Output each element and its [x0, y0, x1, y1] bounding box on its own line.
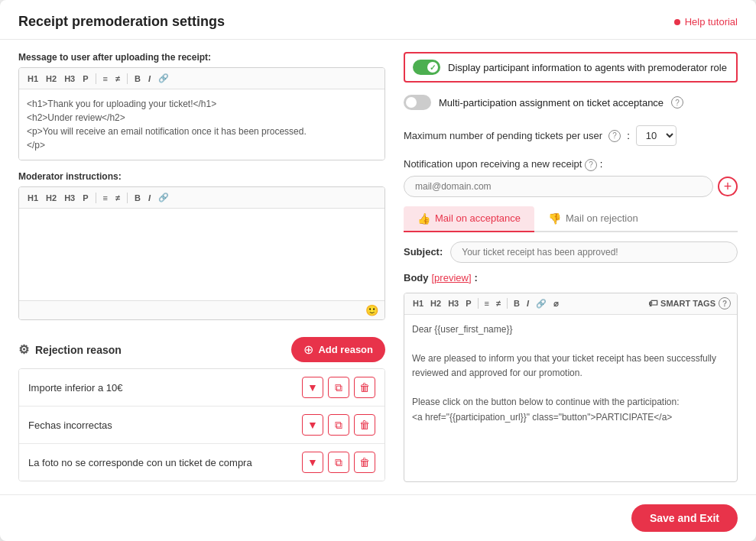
moderator-section-label: Moderator instructions:	[18, 171, 385, 182]
mail-toolbar-h1[interactable]: H1	[410, 297, 426, 309]
help-dot-icon	[674, 19, 680, 25]
mail-editor-box: H1 H2 H3 P ≡ ≠ B I 🔗 ⌀ 🏷 SMART TAGS ?	[404, 293, 738, 483]
smart-tags-button[interactable]: 🏷 SMART TAGS ?	[648, 297, 731, 309]
multi-participation-toggle[interactable]	[404, 95, 431, 110]
max-tickets-label: Maximum number of pending tickets per us…	[404, 130, 602, 141]
mail-toolbar-strikethrough[interactable]: ⌀	[551, 297, 561, 310]
add-email-button[interactable]: +	[718, 177, 738, 196]
mod-toolbar-bold[interactable]: B	[132, 192, 143, 204]
mod-toolbar-link[interactable]: 🔗	[156, 191, 171, 204]
mail-body-content[interactable]: Dear {{user_first_name}} We are pleased …	[404, 315, 737, 432]
mail-editor-toolbar: H1 H2 H3 P ≡ ≠ B I 🔗 ⌀ 🏷 SMART TAGS ?	[404, 293, 737, 315]
notification-email-input[interactable]	[404, 176, 713, 197]
toggle-check: ✓	[427, 62, 438, 73]
toolbar-sep-2	[127, 73, 128, 84]
rejection-item-delete-btn[interactable]: 🗑	[354, 377, 375, 398]
emoji-icon[interactable]: 🙂	[365, 304, 378, 316]
display-participant-toggle[interactable]: ✓	[413, 60, 440, 75]
multi-participation-help-icon[interactable]: ?	[671, 96, 683, 109]
mod-toolbar-ul[interactable]: ≡	[101, 192, 110, 204]
moderator-editor-content[interactable]	[19, 209, 384, 300]
subject-row: Subject:	[404, 241, 738, 263]
rejection-item-copy-btn[interactable]: ⧉	[328, 414, 349, 436]
message-editor-content[interactable]: <h1>Thank you for uploading your ticket!…	[19, 89, 384, 160]
add-reason-button[interactable]: ⊕ Add reason	[291, 337, 385, 362]
toolbar-p[interactable]: P	[80, 73, 90, 85]
rejection-list: Importe inferior a 10€ ▼ ⧉ 🗑 Fechas inco…	[18, 368, 385, 481]
max-tickets-help-icon[interactable]: ?	[608, 130, 621, 142]
notification-help-icon[interactable]: ?	[585, 159, 597, 171]
rejection-item-copy-btn[interactable]: ⧉	[328, 452, 349, 473]
mail-toolbar-p[interactable]: P	[463, 297, 473, 309]
mod-toolbar-p[interactable]: P	[80, 192, 90, 204]
subject-input[interactable]	[450, 241, 738, 263]
subject-label: Subject:	[404, 246, 443, 258]
email-input-row: +	[404, 176, 738, 197]
acceptance-tab-icon: 👍	[417, 212, 430, 225]
toolbar-ol[interactable]: ≠	[113, 73, 122, 85]
message-editor-box: H1 H2 H3 P ≡ ≠ B I 🔗 <h1>Thank you for u…	[18, 67, 385, 160]
add-reason-label: Add reason	[318, 344, 373, 355]
body-preview-link[interactable]: [preview]	[432, 272, 472, 283]
mail-toolbar-h2[interactable]: H2	[428, 297, 443, 309]
rejection-item-delete-btn[interactable]: 🗑	[354, 452, 375, 473]
max-tickets-row: Maximum number of pending tickets per us…	[404, 122, 738, 149]
rejection-item-delete-btn[interactable]: 🗑	[354, 414, 375, 436]
rejection-item: La foto no se corresponde con un ticket …	[19, 444, 384, 481]
display-participant-label: Display participant information to agent…	[448, 62, 727, 73]
mod-toolbar-ol[interactable]: ≠	[113, 192, 122, 204]
mail-toolbar-ol[interactable]: ≠	[494, 297, 503, 309]
rejection-section: ⚙ Rejection reason ⊕ Add reason Importe …	[18, 337, 385, 481]
toolbar-ul[interactable]: ≡	[101, 73, 110, 85]
rejection-tab-icon: 👎	[548, 212, 561, 225]
acceptance-tab-label: Mail on acceptance	[435, 212, 521, 224]
rejection-item-dropdown-btn[interactable]: ▼	[302, 414, 323, 436]
toolbar-bold[interactable]: B	[132, 73, 143, 85]
rejection-item-text: Importe inferior a 10€	[28, 382, 302, 394]
toolbar-h1[interactable]: H1	[25, 73, 41, 85]
mail-toolbar-bold[interactable]: B	[511, 297, 522, 309]
rejection-item-copy-btn[interactable]: ⧉	[328, 377, 349, 398]
left-panel: Message to user after uploading the rece…	[18, 52, 385, 482]
rejection-item-text: La foto no se corresponde con un ticket …	[28, 457, 302, 468]
tab-acceptance[interactable]: 👍 Mail on acceptance	[404, 206, 534, 232]
add-reason-plus-icon: ⊕	[303, 342, 313, 357]
save-exit-button[interactable]: Save and Exit	[631, 504, 738, 532]
rejection-item: Fechas incorrectas ▼ ⧉ 🗑	[19, 407, 384, 444]
toolbar-link[interactable]: 🔗	[156, 72, 171, 85]
gear-icon: ⚙	[18, 342, 29, 357]
notification-label: Notification upon receiving a new receip…	[404, 158, 582, 170]
mod-toolbar-h3[interactable]: H3	[62, 192, 77, 204]
rejection-item-dropdown-btn[interactable]: ▼	[302, 452, 323, 473]
mod-toolbar-h1[interactable]: H1	[25, 192, 41, 204]
tab-rejection[interactable]: 👎 Mail on rejection	[534, 206, 652, 232]
mod-toolbar-sep-2	[127, 193, 128, 203]
rejection-item-dropdown-btn[interactable]: ▼	[302, 377, 323, 398]
mod-toolbar-h2[interactable]: H2	[44, 192, 59, 204]
rejection-title: ⚙ Rejection reason	[18, 342, 122, 357]
rejection-title-label: Rejection reason	[35, 344, 122, 356]
multi-participation-label: Multi-participation assignment on ticket…	[439, 97, 664, 109]
rejection-item-actions: ▼ ⧉ 🗑	[302, 414, 375, 436]
tag-icon: 🏷	[648, 298, 657, 309]
help-tutorial-link[interactable]: Help tutorial	[674, 16, 738, 28]
moderator-section: Moderator instructions: H1 H2 H3 P ≡ ≠ B…	[18, 171, 385, 320]
mod-toolbar-italic[interactable]: I	[146, 192, 153, 204]
mail-toolbar-ul[interactable]: ≡	[482, 297, 492, 309]
mail-toolbar-h3[interactable]: H3	[446, 297, 461, 309]
mail-toolbar-link[interactable]: 🔗	[534, 297, 549, 310]
mod-toolbar-sep-1	[96, 193, 96, 203]
toolbar-h2[interactable]: H2	[44, 73, 59, 85]
toolbar-italic[interactable]: I	[146, 73, 153, 85]
smart-tags-help-icon[interactable]: ?	[719, 297, 731, 309]
smart-tags-label: SMART TAGS	[660, 299, 715, 308]
message-section: Message to user after uploading the rece…	[18, 52, 385, 160]
mail-toolbar-italic[interactable]: I	[524, 297, 531, 309]
max-tickets-select[interactable]: 10 5 20	[636, 125, 677, 146]
toolbar-h3[interactable]: H3	[62, 73, 77, 85]
multi-participation-row: Multi-participation assignment on ticket…	[404, 92, 738, 113]
moderator-editor-toolbar: H1 H2 H3 P ≡ ≠ B I 🔗	[19, 187, 384, 209]
toggle-thumb	[406, 97, 417, 108]
rejection-tab-label: Mail on rejection	[566, 212, 638, 224]
page-header: Receipt premoderation settings Help tuto…	[0, 0, 756, 40]
